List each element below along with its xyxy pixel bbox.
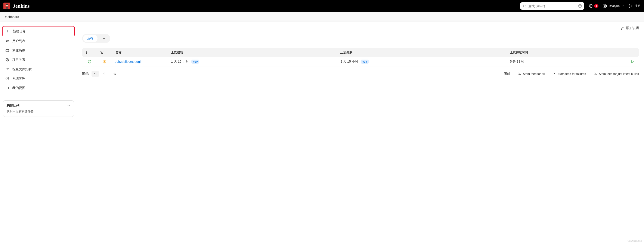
tab-all[interactable]: 所有 — [83, 35, 98, 42]
logout-button[interactable]: 注销 — [628, 4, 640, 8]
alert-indicator[interactable]: 1 — [588, 4, 599, 8]
sidebar-item-system-manage[interactable]: 系统管理 — [2, 74, 75, 83]
svg-point-11 — [604, 5, 606, 6]
name-cell: AliMobileOneLogin — [112, 57, 168, 66]
sidebar-item-label: 检查文件指纹 — [12, 67, 32, 71]
sidebar-item-label: 系统管理 — [12, 77, 25, 81]
sidebar-item-label: 构建历史 — [12, 48, 25, 52]
svg-point-39 — [594, 75, 594, 75]
build-queue-header[interactable]: 构建队列 — [7, 104, 70, 108]
build-queue-title: 构建队列 — [7, 104, 20, 108]
sidebar-item-users[interactable]: 用户列表 — [2, 36, 75, 46]
user-menu[interactable]: lixianjun — [603, 4, 624, 8]
legend-label: 图例 — [504, 72, 510, 76]
content-header: 添加说明 — [82, 26, 639, 30]
success-icon — [88, 60, 92, 64]
status-cell — [82, 57, 97, 66]
col-header-duration[interactable]: 上次持续时间 — [506, 48, 626, 57]
search-input[interactable] — [528, 4, 576, 8]
logout-label: 注销 — [634, 4, 640, 8]
size-small[interactable]: 小 — [92, 71, 99, 77]
rss-icon — [518, 72, 521, 76]
content: 添加说明 所有 S W 名称 ↓ 上次成功 上次失败 — [77, 22, 644, 125]
col-header-name[interactable]: 名称 ↓ — [112, 48, 168, 57]
svg-point-19 — [7, 59, 8, 60]
username: lixianjun — [609, 4, 620, 8]
svg-point-20 — [6, 60, 7, 61]
build-queue-empty: 队列中没有构建任务 — [7, 110, 70, 114]
footer-links: 图例 Atom feed for all Atom feed for failu… — [504, 72, 639, 76]
view-icon — [5, 86, 10, 90]
svg-rect-23 — [6, 87, 8, 89]
fingerprint-icon — [5, 67, 10, 71]
table-row: AliMobileOneLogin 1 天 16 小时 #20 2 天 15 小… — [82, 57, 639, 66]
svg-line-5 — [525, 7, 526, 7]
jenkins-logo[interactable] — [4, 2, 10, 9]
search-icon — [523, 4, 526, 8]
history-icon — [5, 48, 10, 52]
user-icon — [603, 4, 607, 8]
sidebar-item-relations[interactable]: 项目关系 — [2, 55, 75, 64]
col-header-action — [626, 48, 639, 57]
logout-icon — [628, 4, 633, 8]
last-failure-time: 2 天 15 小时 — [340, 60, 358, 63]
last-success-time: 1 天 16 小时 — [171, 60, 189, 63]
atom-latest-label: Atom feed for just latest builds — [599, 72, 639, 76]
svg-point-27 — [104, 61, 105, 62]
build-badge-success[interactable]: #20 — [191, 60, 200, 64]
gear-icon — [5, 76, 10, 81]
svg-line-34 — [104, 62, 104, 63]
atom-all-label: Atom feed for all — [523, 72, 544, 76]
breadcrumb-dashboard[interactable]: Dashboard — [4, 15, 19, 18]
rss-icon — [552, 72, 556, 76]
sidebar-item-my-views[interactable]: 我的视图 — [2, 83, 75, 93]
breadcrumb: Dashboard — [0, 12, 644, 22]
svg-point-16 — [8, 40, 8, 40]
sidebar-item-label: 项目关系 — [12, 58, 25, 62]
shield-icon — [588, 4, 593, 8]
size-medium[interactable]: 中 — [101, 71, 108, 77]
col-header-weather[interactable]: W — [97, 48, 112, 57]
svg-point-21 — [8, 60, 8, 61]
svg-point-26 — [88, 60, 91, 63]
sidebar: 新建任务 用户列表 构建历史 项目关系 检查文件指纹 — [0, 22, 77, 125]
tab-add[interactable] — [98, 35, 110, 42]
legend-link[interactable]: 图例 — [504, 72, 510, 76]
sidebar-item-new-job[interactable]: 新建任务 — [2, 26, 75, 36]
svg-point-18 — [6, 58, 9, 61]
job-link[interactable]: AliMobileOneLogin — [116, 60, 142, 63]
svg-line-35 — [106, 60, 106, 61]
size-large[interactable]: 大 — [111, 71, 118, 77]
build-badge-failure[interactable]: #14 — [361, 60, 369, 64]
sidebar-item-label: 我的视图 — [12, 86, 25, 90]
svg-rect-17 — [6, 49, 9, 52]
add-description-button[interactable]: 添加说明 — [621, 26, 639, 30]
tabs: 所有 — [82, 34, 110, 43]
weather-cell — [97, 57, 112, 66]
sidebar-item-fingerprint[interactable]: 检查文件指纹 — [2, 64, 75, 74]
rss-icon — [594, 72, 597, 76]
col-header-status[interactable]: S — [82, 48, 97, 57]
relations-icon — [5, 58, 10, 62]
atom-latest-link[interactable]: Atom feed for just latest builds — [594, 72, 639, 76]
action-cell — [626, 57, 639, 66]
brand-text[interactable]: Jenkins — [13, 3, 30, 9]
svg-line-33 — [106, 62, 106, 63]
table-header-row: S W 名称 ↓ 上次成功 上次失败 上次持续时间 — [82, 48, 639, 57]
add-desc-label: 添加说明 — [626, 26, 639, 30]
play-icon[interactable] — [631, 60, 634, 63]
atom-all-link[interactable]: Atom feed for all — [518, 72, 544, 76]
icon-size-selector: 图标: 小 中 大 — [82, 71, 118, 77]
search-box[interactable] — [520, 2, 584, 9]
alert-count: 1 — [594, 4, 599, 8]
col-header-last-success[interactable]: 上次成功 — [168, 48, 337, 57]
col-header-last-failure[interactable]: 上次失败 — [337, 48, 506, 57]
edit-icon — [621, 26, 624, 30]
sidebar-item-label: 用户列表 — [12, 39, 25, 43]
sidebar-item-build-history[interactable]: 构建历史 — [2, 46, 75, 55]
chevron-right-icon — [21, 15, 23, 18]
help-icon[interactable] — [578, 4, 582, 8]
atom-failures-link[interactable]: Atom feed for failures — [552, 72, 586, 76]
svg-rect-1 — [6, 4, 8, 5]
plus-icon — [102, 37, 106, 40]
